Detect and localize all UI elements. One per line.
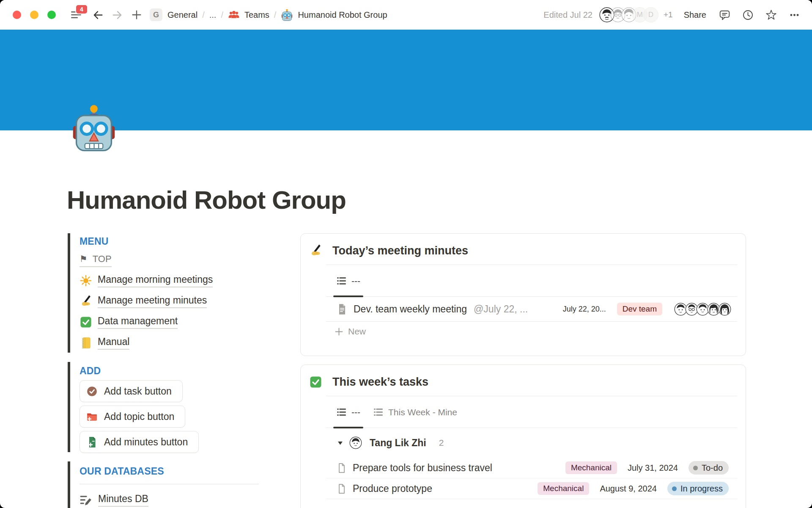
menu-link-label: TOP: [93, 254, 112, 265]
list-view-icon: [336, 407, 347, 417]
zoom-window-button[interactable]: [47, 11, 56, 19]
active-tab-indicator: [333, 295, 363, 297]
breadcrumb-collapsed[interactable]: ...: [209, 10, 217, 20]
add-task-button[interactable]: Add task button: [80, 380, 183, 402]
divider: [326, 499, 737, 499]
menu-link-label: Data management: [98, 315, 178, 329]
topic-folder-icon: [86, 411, 98, 422]
sun-emoji: [80, 274, 92, 287]
group-count: 2: [439, 438, 444, 448]
collaborator-avatars[interactable]: M D: [599, 7, 658, 22]
task-title: Produce prototype: [353, 483, 432, 494]
page-cover[interactable]: [0, 30, 812, 130]
divider: [326, 428, 737, 428]
menu-section: MENU ⚑ TOP Manage morning meetings Manag…: [68, 233, 271, 353]
task-title: Prepare tools for business travel: [353, 462, 492, 474]
history-clock-icon[interactable]: [742, 9, 754, 21]
breadcrumb-separator: /: [202, 10, 205, 20]
comments-icon[interactable]: [719, 9, 730, 21]
status-dot: [672, 486, 677, 491]
breadcrumb-root[interactable]: General: [167, 10, 198, 20]
page-icon: [336, 483, 347, 494]
database-link-minutes-db[interactable]: Minutes DB: [80, 493, 271, 507]
collapse-triangle-icon[interactable]: [337, 440, 343, 446]
breadcrumb-separator: /: [274, 10, 277, 20]
new-meeting-button[interactable]: New: [301, 322, 746, 341]
add-section: ADD Add task button Add topic button Add…: [68, 362, 271, 452]
minimize-window-button[interactable]: [30, 11, 38, 19]
new-button-label: New: [348, 326, 366, 337]
card-title[interactable]: Today’s meeting minutes: [332, 244, 468, 257]
page-icon: [336, 463, 347, 473]
tasks-card: This week’s tasks --- This Week - Mine T…: [300, 364, 746, 508]
view-tab-this-week-mine[interactable]: This Week - Mine: [373, 396, 457, 428]
writing-hand-emoji: [309, 244, 322, 257]
view-tab-default[interactable]: ---: [336, 396, 360, 428]
category-tag: Mechanical: [538, 482, 589, 495]
menu-link-manual[interactable]: Manual: [80, 335, 271, 350]
plus-icon: [131, 9, 142, 20]
breadcrumb-separator: /: [221, 10, 223, 20]
active-tab-indicator: [333, 427, 363, 428]
view-tab-label: ---: [351, 407, 360, 417]
status-label: To-do: [702, 463, 723, 473]
breadcrumb-teams[interactable]: Teams: [244, 10, 269, 20]
breadcrumb-page[interactable]: Humanoid Robot Group: [298, 10, 387, 20]
avatar: [718, 303, 731, 316]
back-arrow-icon: [92, 9, 104, 21]
forward-button[interactable]: [111, 8, 123, 21]
meeting-title: Dev. team weekly meeting: [354, 304, 467, 315]
menu-heading: MENU: [80, 233, 271, 247]
meeting-date-mention: @July 22, ...: [474, 304, 528, 315]
task-row[interactable]: Prepare tools for business travel Mechan…: [301, 458, 746, 478]
card-title[interactable]: This week’s tasks: [332, 375, 428, 389]
more-options-icon[interactable]: [789, 9, 800, 21]
page-title[interactable]: Humanoid Robot Group: [67, 185, 346, 215]
avatar: [349, 436, 362, 449]
tasks-header: This week’s tasks: [301, 365, 746, 396]
workspace-chip[interactable]: G: [150, 8, 162, 21]
task-properties: Mechanical August 9, 2024 In progress: [538, 482, 729, 495]
view-tabs: --- This Week - Mine: [301, 396, 746, 428]
writing-hand-emoji: [80, 295, 92, 308]
minutes-doc-icon: [86, 436, 98, 448]
view-tabs: ---: [301, 265, 746, 297]
add-heading: ADD: [80, 362, 271, 377]
menu-link-data-management[interactable]: Data management: [80, 315, 271, 329]
flag-icon: ⚑: [80, 255, 88, 264]
meeting-date: July 22, 20...: [563, 305, 606, 314]
group-header-row[interactable]: Tang Lik Zhi 2: [301, 428, 746, 458]
edited-timestamp: Edited Jul 22: [543, 10, 593, 20]
share-button[interactable]: Share: [684, 10, 706, 20]
menu-link-morning-meetings[interactable]: Manage morning meetings: [80, 273, 271, 288]
robot-emoji: [281, 9, 293, 21]
menu-link-label: Manual: [98, 336, 129, 350]
databases-section: OUR DATABASES Minutes DB: [68, 461, 271, 508]
traffic-lights: [13, 11, 56, 19]
back-button[interactable]: [91, 8, 104, 21]
category-tag: Mechanical: [565, 461, 617, 474]
avatar-letter: D: [643, 7, 658, 22]
avatar-overflow-count[interactable]: +1: [664, 10, 673, 19]
sidebar-toggle-button[interactable]: 4: [69, 8, 83, 22]
due-date: July 31, 2024: [628, 463, 678, 473]
page-icon-robot-emoji[interactable]: [70, 103, 118, 153]
database-link-label: Minutes DB: [98, 493, 148, 507]
menu-link-top[interactable]: ⚑ TOP: [80, 254, 112, 267]
meeting-row[interactable]: Dev. team weekly meeting @July 22, ... J…: [301, 297, 746, 321]
task-row[interactable]: Produce prototype Mechanical August 9, 2…: [301, 478, 746, 499]
group-name: Tang Lik Zhi: [370, 437, 426, 449]
add-topic-button[interactable]: Add topic button: [80, 406, 185, 428]
new-tab-button[interactable]: [130, 8, 143, 21]
favorite-star-icon[interactable]: [765, 9, 777, 21]
compose-list-icon: [80, 494, 93, 507]
add-button-label: Add minutes button: [104, 436, 188, 448]
add-minutes-button[interactable]: Add minutes button: [80, 431, 199, 453]
check-mark-emoji: [80, 316, 92, 329]
list-view-icon: [336, 276, 347, 286]
menu-link-meeting-minutes[interactable]: Manage meeting minutes: [80, 294, 271, 309]
due-date: August 9, 2024: [600, 484, 657, 494]
view-tab-default[interactable]: ---: [336, 265, 360, 297]
close-window-button[interactable]: [13, 11, 21, 19]
divider: [80, 484, 259, 484]
